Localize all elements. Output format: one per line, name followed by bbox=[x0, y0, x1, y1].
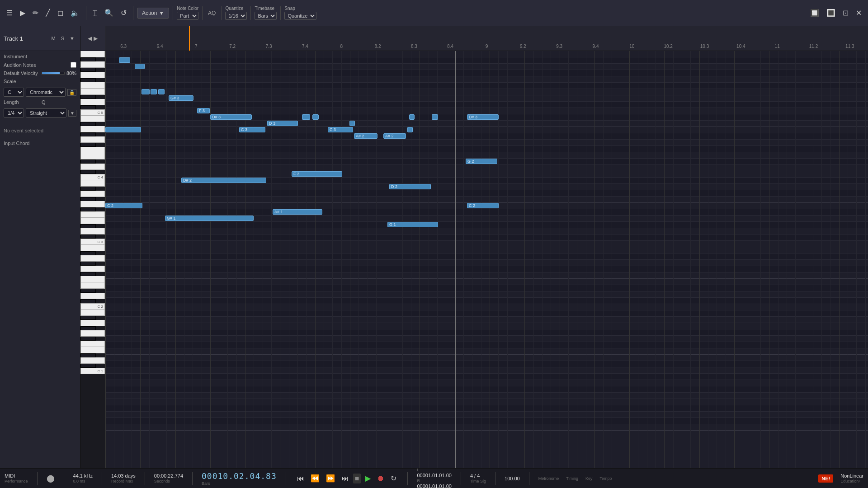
piano-key-white[interactable] bbox=[80, 218, 105, 224]
piano-key-white[interactable] bbox=[80, 126, 105, 132]
piano-key-black[interactable] bbox=[80, 251, 96, 255]
piano-key-black[interactable] bbox=[80, 299, 96, 303]
search-tool-button[interactable]: 🔍 bbox=[102, 7, 116, 19]
piano-key-black[interactable] bbox=[80, 272, 96, 276]
record-button[interactable]: ⏺ bbox=[375, 474, 386, 483]
note[interactable]: D# 3 bbox=[210, 114, 252, 120]
piano-key-white[interactable] bbox=[80, 89, 105, 95]
piano-key-white[interactable] bbox=[80, 72, 105, 78]
piano-key-black[interactable] bbox=[80, 364, 96, 368]
piano-key-white[interactable]: C 3 bbox=[80, 239, 105, 245]
piano-key-black[interactable] bbox=[80, 132, 96, 136]
snap-mode-select[interactable]: Straight bbox=[26, 108, 66, 117]
piano-key-white[interactable] bbox=[80, 341, 105, 347]
note[interactable] bbox=[158, 89, 165, 94]
note[interactable]: G# 3 bbox=[169, 95, 193, 101]
piano-key-white[interactable] bbox=[80, 211, 105, 218]
piano-key-white[interactable] bbox=[80, 116, 105, 122]
piano-key-black[interactable] bbox=[80, 289, 96, 293]
note[interactable]: D 3 bbox=[267, 121, 298, 126]
note[interactable]: C 3 bbox=[239, 127, 265, 132]
note[interactable] bbox=[119, 57, 130, 63]
scale-key-select[interactable]: C bbox=[4, 88, 24, 97]
piano-key-black[interactable] bbox=[80, 224, 96, 228]
piano-key-black[interactable] bbox=[80, 337, 96, 341]
note[interactable]: D# 3 bbox=[467, 114, 499, 120]
loop-tool-button[interactable]: ↺ bbox=[118, 7, 129, 19]
piano-key-white[interactable] bbox=[80, 293, 105, 299]
piano-key-black[interactable] bbox=[80, 57, 96, 61]
chord-tool-button[interactable]: ⌶ bbox=[90, 7, 100, 19]
zoom-in-button[interactable]: 🔳 bbox=[824, 7, 838, 19]
note[interactable]: A# 1 bbox=[273, 209, 322, 215]
note[interactable]: D 2 bbox=[389, 184, 431, 189]
note[interactable]: A# 2 bbox=[354, 133, 377, 139]
line-tool-button[interactable]: ╱ bbox=[43, 7, 53, 19]
grid[interactable]: G# 3F 3D# 3D 3C 3C 3A# 2A# 2D# 3G 2F 2D#… bbox=[105, 51, 868, 468]
scale-lock-icon[interactable]: 🔒 bbox=[67, 89, 76, 96]
piano-key-white[interactable] bbox=[80, 82, 105, 89]
hamburger-menu-button[interactable]: ☰ bbox=[4, 7, 15, 19]
snap-select[interactable]: Quantize bbox=[284, 12, 316, 20]
audition-notes-checkbox[interactable] bbox=[71, 62, 76, 68]
piano-key-black[interactable] bbox=[80, 235, 96, 239]
zoom-out-button[interactable]: 🔲 bbox=[807, 7, 822, 19]
piano-key-white[interactable] bbox=[80, 320, 105, 326]
piano-key-black[interactable] bbox=[80, 353, 96, 357]
piano-key-white[interactable] bbox=[80, 245, 105, 251]
piano-key-white[interactable] bbox=[80, 255, 105, 262]
ruler-left-button[interactable]: ◀ bbox=[88, 35, 92, 42]
piano-key-black[interactable] bbox=[80, 143, 96, 147]
zoom-fit-button[interactable]: ⊡ bbox=[840, 7, 851, 19]
piano-key-white[interactable] bbox=[80, 147, 105, 153]
piano-key-black[interactable] bbox=[80, 78, 96, 82]
note[interactable] bbox=[151, 89, 157, 94]
ruler-marks[interactable]: 6.36.477.27.37.488.28.38.499.29.39.41010… bbox=[105, 26, 868, 51]
piano-key-black[interactable] bbox=[80, 105, 96, 109]
piano-key-black[interactable] bbox=[80, 207, 96, 211]
select-tool-button[interactable]: ▶ bbox=[17, 7, 28, 19]
close-button[interactable]: ✕ bbox=[853, 7, 864, 19]
piano-key-white[interactable] bbox=[80, 61, 105, 68]
piano-key-black[interactable] bbox=[80, 197, 96, 201]
piano-key-white[interactable] bbox=[80, 276, 105, 282]
note[interactable] bbox=[302, 114, 310, 120]
piano-key-white[interactable] bbox=[80, 153, 105, 160]
s-button[interactable]: S bbox=[59, 35, 66, 42]
note[interactable]: G 2 bbox=[466, 159, 497, 164]
note[interactable] bbox=[407, 127, 413, 132]
note[interactable] bbox=[409, 114, 415, 120]
piano-key-white[interactable] bbox=[80, 191, 105, 197]
piano-key-black[interactable] bbox=[80, 95, 96, 99]
piano-key-white[interactable]: C 1 bbox=[80, 368, 105, 374]
note[interactable] bbox=[432, 114, 438, 120]
piano-key-black[interactable] bbox=[80, 316, 96, 320]
track-chevron-down-icon[interactable]: ▼ bbox=[68, 35, 76, 42]
piano-key-black[interactable] bbox=[80, 170, 96, 174]
piano-key-white[interactable] bbox=[80, 310, 105, 316]
note[interactable] bbox=[135, 64, 145, 69]
note[interactable]: G 1 bbox=[387, 222, 438, 227]
ruler-right-button[interactable]: ▶ bbox=[94, 35, 98, 42]
rewind-button[interactable]: ⏮ bbox=[295, 474, 306, 483]
note[interactable]: A# 2 bbox=[383, 133, 406, 139]
piano-key-white[interactable] bbox=[80, 99, 105, 105]
note[interactable] bbox=[142, 89, 150, 94]
piano-key-white[interactable] bbox=[80, 164, 105, 170]
piano-key-white[interactable] bbox=[80, 282, 105, 289]
note[interactable] bbox=[312, 114, 319, 120]
note[interactable]: C 3 bbox=[328, 127, 353, 132]
piano-key-white[interactable] bbox=[80, 266, 105, 272]
stop-button[interactable]: ■ bbox=[353, 474, 361, 483]
quantize-select[interactable]: 1/16 bbox=[225, 12, 247, 20]
action-button[interactable]: Action ▼ bbox=[137, 8, 169, 19]
quantize-length-button[interactable]: Q bbox=[42, 99, 46, 105]
back-button[interactable]: ⏪ bbox=[309, 473, 321, 483]
piano-key-white[interactable] bbox=[80, 136, 105, 143]
mute-tool-button[interactable]: 🔈 bbox=[68, 7, 82, 19]
piano-key-white[interactable] bbox=[80, 180, 105, 187]
piano-key-black[interactable] bbox=[80, 160, 96, 164]
scale-mode-select[interactable]: Chromatic bbox=[26, 88, 66, 97]
loop-button[interactable]: ↻ bbox=[389, 473, 398, 483]
piano-key-white[interactable]: C 2 bbox=[80, 303, 105, 310]
